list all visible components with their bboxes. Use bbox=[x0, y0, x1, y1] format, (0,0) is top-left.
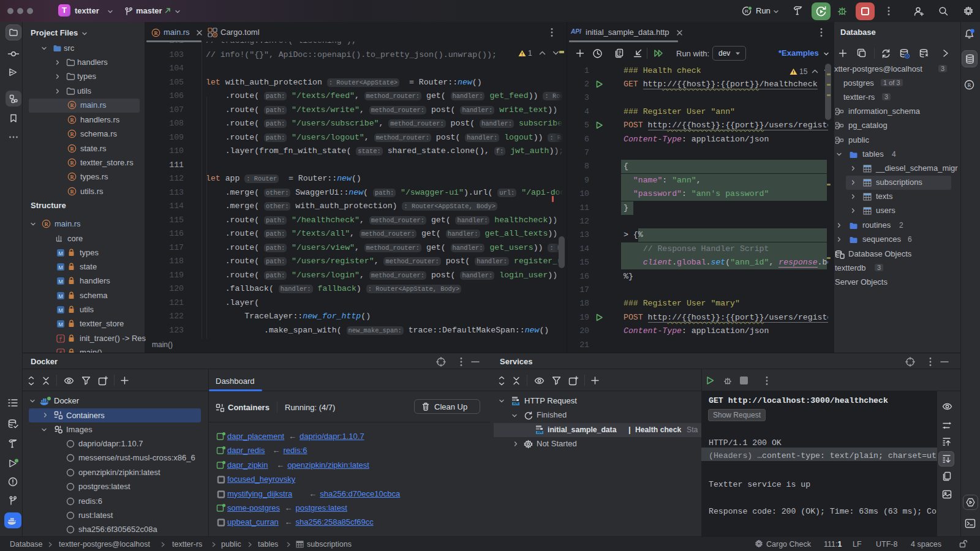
svg-text:R: R bbox=[745, 9, 748, 14]
svg-text:M: M bbox=[58, 307, 63, 313]
svg-text:R: R bbox=[44, 221, 48, 227]
svg-text:f: f bbox=[59, 337, 62, 343]
svg-text:M: M bbox=[58, 264, 63, 271]
svg-text:API: API bbox=[513, 402, 519, 405]
svg-text:M: M bbox=[58, 321, 63, 328]
svg-text:API: API bbox=[537, 430, 543, 434]
svg-text:M: M bbox=[58, 250, 63, 257]
svg-text:R: R bbox=[70, 102, 74, 108]
svg-text:R: R bbox=[154, 30, 158, 36]
svg-text:R: R bbox=[967, 82, 971, 88]
svg-text:R: R bbox=[70, 131, 74, 137]
svg-text:R: R bbox=[70, 117, 74, 123]
svg-text:M: M bbox=[58, 293, 63, 299]
svg-text:R: R bbox=[70, 146, 74, 152]
svg-text:R: R bbox=[70, 160, 74, 166]
svg-text:M: M bbox=[58, 279, 63, 285]
svg-text:R: R bbox=[70, 174, 74, 180]
svg-text:R: R bbox=[70, 189, 74, 195]
